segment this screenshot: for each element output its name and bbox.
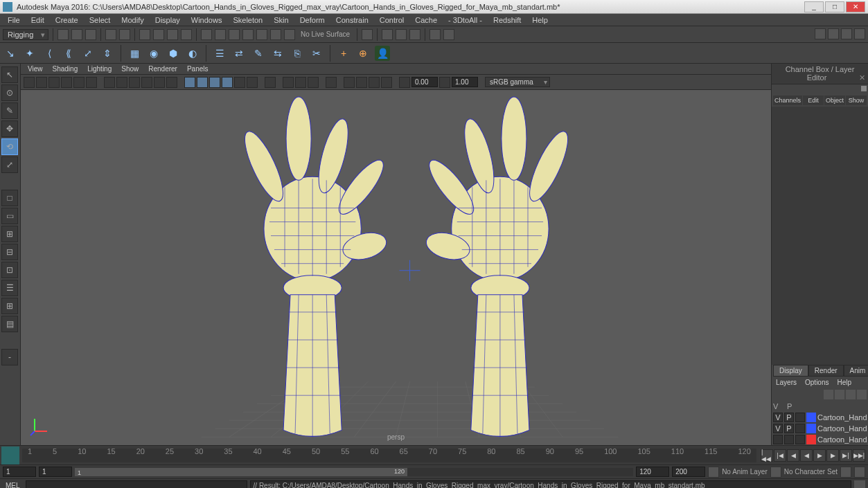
tab-show[interactable]: Show — [846, 96, 867, 105]
grid-toggle-icon[interactable] — [104, 77, 115, 88]
layer-type-toggle[interactable] — [795, 424, 805, 433]
custom-layout-icon[interactable]: ▤ — [1, 316, 18, 332]
vp-menu-shading[interactable]: Shading — [48, 64, 82, 73]
anim-layer-dropdown[interactable]: No Anim Layer — [722, 468, 768, 476]
redo-icon[interactable] — [119, 29, 130, 40]
ipr-render-icon[interactable] — [396, 29, 407, 40]
exposure-icon[interactable] — [399, 77, 410, 88]
detach-skin-icon[interactable]: ⇄ — [231, 46, 247, 61]
tab-edit[interactable]: Edit — [803, 96, 824, 105]
anim-layer-icon[interactable] — [770, 467, 781, 478]
panel-dock-icon[interactable] — [861, 86, 867, 91]
construction-history-icon[interactable] — [362, 29, 373, 40]
menu-control[interactable]: Control — [375, 15, 409, 26]
render-icon[interactable] — [382, 29, 393, 40]
layer-color-swatch[interactable] — [806, 435, 816, 444]
move-tool[interactable]: ✥ — [1, 120, 18, 137]
two-pane-v-icon[interactable]: ⊡ — [1, 262, 18, 278]
prune-weights-icon[interactable]: ✂ — [309, 46, 324, 61]
aa-icon[interactable] — [369, 77, 380, 88]
script-lang-label[interactable]: MEL — [3, 482, 23, 488]
2d-pan-icon[interactable] — [73, 77, 85, 88]
tab-render[interactable]: Render — [808, 365, 844, 377]
snap-point-icon[interactable] — [229, 29, 240, 40]
live-surface-icon[interactable] — [284, 29, 295, 40]
range-start-field[interactable]: 1 — [3, 467, 36, 477]
layer-type-toggle[interactable] — [795, 413, 805, 422]
colorspace-dropdown[interactable]: sRGB gamma — [485, 77, 550, 87]
menu-deform[interactable]: Deform — [295, 15, 330, 26]
viewport-canvas[interactable]: persp — [21, 90, 771, 445]
layer-down-icon[interactable] — [846, 390, 856, 399]
layer-vis-toggle[interactable] — [773, 435, 783, 444]
go-end-button[interactable]: ▶▶| — [853, 449, 865, 462]
tab-display[interactable]: Display — [773, 365, 808, 377]
open-scene-icon[interactable] — [71, 29, 82, 40]
minimize-button[interactable]: _ — [804, 1, 824, 12]
scale-tool[interactable]: ⤢ — [1, 156, 18, 173]
camera-select-icon[interactable] — [24, 77, 35, 88]
textured-icon[interactable] — [222, 77, 233, 88]
safe-action-icon[interactable] — [154, 77, 165, 88]
xray-comp-icon[interactable] — [308, 77, 319, 88]
vp-menu-show[interactable]: Show — [117, 64, 143, 73]
outliner-layout-icon[interactable]: ☰ — [1, 280, 18, 296]
mirror-joint-icon[interactable]: ⇕ — [100, 46, 115, 61]
layer-play-toggle[interactable]: P — [784, 413, 794, 422]
menu-constrain[interactable]: Constrain — [331, 15, 373, 26]
copy-weights-icon[interactable]: ⎘ — [290, 46, 305, 61]
lasso-tool[interactable]: ⊙ — [1, 84, 18, 101]
ao-icon[interactable] — [344, 77, 355, 88]
menu-create[interactable]: Create — [51, 15, 83, 26]
character-set-dropdown[interactable]: No Character Set — [784, 468, 838, 476]
paint-weights-icon[interactable]: ✎ — [251, 46, 266, 61]
range-inner-end-field[interactable]: 120 — [636, 467, 669, 477]
bind-skin-icon[interactable]: ☰ — [212, 46, 227, 61]
four-pane-icon[interactable]: ⊞ — [1, 226, 18, 242]
panel-close-icon[interactable]: ✕ — [859, 73, 865, 82]
layer-color-swatch[interactable] — [806, 424, 816, 433]
mirror-weights-icon[interactable]: ⇆ — [270, 46, 285, 61]
tab-anim[interactable]: Anim — [844, 365, 868, 377]
cluster-icon[interactable]: ◉ — [146, 46, 161, 61]
workspace-dropdown[interactable]: Rigging — [3, 29, 48, 40]
step-fwd-key-button[interactable]: ▶| — [840, 449, 852, 462]
menu-display[interactable]: Display — [150, 15, 185, 26]
select-tool[interactable]: ↖ — [1, 66, 18, 83]
channel-box-icon[interactable] — [854, 28, 865, 39]
image-plane-icon[interactable] — [61, 77, 72, 88]
ik-handle-icon[interactable]: ⟨ — [42, 46, 57, 61]
range-slider-track[interactable]: 1120 — [75, 468, 633, 476]
tab-channels[interactable]: Channels — [773, 96, 802, 105]
layer-play-toggle[interactable] — [784, 435, 794, 444]
layer-vis-toggle[interactable]: V — [773, 424, 783, 433]
film-gate-icon[interactable] — [116, 77, 127, 88]
vp-menu-panels[interactable]: Panels — [183, 64, 213, 73]
range-inner-start-field[interactable]: 1 — [39, 467, 72, 477]
shaded-icon[interactable] — [197, 77, 208, 88]
tab-object[interactable]: Object — [824, 96, 845, 105]
vp-menu-view[interactable]: View — [24, 64, 47, 73]
snap-plane-icon[interactable] — [242, 29, 254, 40]
joint-tool-icon[interactable]: ✦ — [22, 46, 37, 61]
command-input[interactable] — [26, 480, 247, 489]
timeline-track[interactable]: 1510152025303540455055606570758085909510… — [22, 449, 756, 462]
motion-blur-icon[interactable] — [356, 77, 367, 88]
lattice-icon[interactable]: ▦ — [127, 46, 142, 61]
snap-toggle-icon[interactable] — [270, 29, 281, 40]
camera-lock-icon[interactable] — [36, 77, 47, 88]
go-start-button[interactable]: |◀◀ — [761, 449, 773, 462]
layer-type-toggle[interactable] — [795, 435, 805, 444]
expose-icon[interactable] — [326, 77, 337, 88]
layer-row[interactable]: VPCartoon_Hands_bone... — [772, 423, 868, 434]
select-comp-icon[interactable] — [181, 29, 192, 40]
shadows-icon[interactable] — [247, 77, 258, 88]
select-obj-icon[interactable] — [167, 29, 178, 40]
help-menu[interactable]: Help — [834, 378, 854, 387]
play-fwd-button[interactable]: ▶ — [813, 449, 826, 462]
wire-on-shaded-icon[interactable] — [209, 77, 220, 88]
gamma-field[interactable]: 1.00 — [452, 77, 478, 87]
paint-select-tool[interactable]: ✎ — [1, 102, 18, 119]
wireframe-icon[interactable] — [184, 77, 195, 88]
tool-settings-icon[interactable] — [841, 28, 852, 39]
